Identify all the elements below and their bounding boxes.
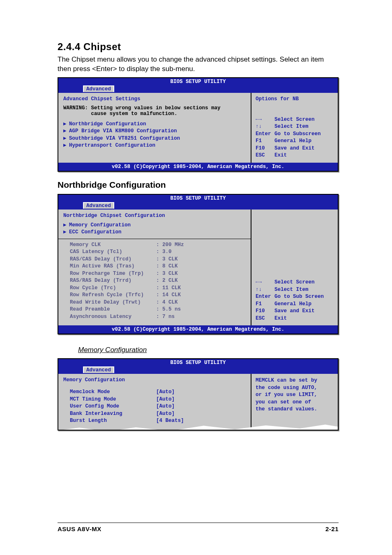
triangle-right-icon: ▶ — [63, 222, 69, 229]
divider — [58, 239, 251, 239]
memory-configuration-title: Memory Configuration — [78, 346, 339, 354]
readout-row: Asynchronous Latency: 7 ns — [63, 313, 246, 321]
bios-footer: v02.58 (C)Copyright 1985-2004, American … — [58, 163, 338, 171]
triangle-right-icon: ▶ — [63, 128, 69, 135]
panel2-heading: Northbridge Chipset Configuration — [63, 213, 246, 219]
bios-tab-row: Advanced — [58, 85, 338, 93]
readout-row: RAS/RAS Delay (Trrd): 2 CLK — [63, 277, 246, 285]
footer-model: ASUS A8V-MX — [58, 525, 101, 532]
readout-row: Row Cycle (Trc): 11 CLK — [63, 285, 246, 292]
bios-panel-memory-config: BIOS SETUP UTILITY Advanced Memory Confi… — [58, 358, 339, 431]
readout-row: Row Precharge Time (Trp): 3 CLK — [63, 270, 246, 278]
setting-memclock-mode[interactable]: Memclock Mode[Auto] — [63, 389, 246, 396]
bios-title-bar: BIOS SETUP UTILITY — [58, 195, 338, 202]
tab-advanced[interactable]: Advanced — [83, 366, 114, 373]
panel3-heading: Memory Configuration — [63, 377, 246, 383]
triangle-right-icon: ▶ — [63, 142, 69, 150]
tab-advanced[interactable]: Advanced — [83, 85, 114, 92]
tab-advanced[interactable]: Advanced — [83, 202, 114, 209]
bios-panel-northbridge: BIOS SETUP UTILITY Advanced Northbridge … — [58, 194, 339, 335]
bios-tab-row: Advanced — [58, 202, 338, 210]
footer-page-number: 2-21 — [325, 525, 339, 532]
setting-mct-timing-mode[interactable]: MCT Timing Mode[Auto] — [63, 396, 246, 403]
panel1-warning: WARNING: Setting wrong values in below s… — [63, 105, 246, 117]
menu-item-agp-bridge[interactable]: ▶AGP Bridge VIA K8M800 Configuration — [63, 128, 246, 135]
section-heading: 2.4.4 Chipset — [58, 41, 339, 53]
menu-item-ecc-config[interactable]: ▶ECC Configuration — [63, 229, 246, 236]
panel1-key-hints: ←→Select Screen ↑↓Select Item EnterGo to… — [256, 116, 334, 159]
northbridge-heading: Northbridge Configuration — [58, 180, 339, 190]
readout-row: Row Refresh Cycle (Trfc): 14 CLK — [63, 292, 246, 299]
readout-row: RAS/CAS Delay (Trcd): 3 CLK — [63, 256, 246, 263]
readout-row: Read Write Delay (Trwt): 4 CLK — [63, 299, 246, 306]
bios-title-bar: BIOS SETUP UTILITY — [58, 78, 338, 85]
page-footer: ASUS A8V-MX 2-21 — [58, 523, 339, 532]
menu-item-hypertransport[interactable]: ▶Hypertransport Configuration — [63, 142, 246, 150]
bios-footer: v02.58 (C)Copyright 1985-2004, American … — [58, 325, 338, 334]
readout-row: Memory CLK: 200 MHz — [63, 242, 246, 249]
menu-item-northbridge[interactable]: ▶Northbridge Configuration — [63, 121, 246, 128]
readout-row: Read Preamble: 5.5 ns — [63, 306, 246, 313]
readout-row: Min Active RAS (Tras): 8 CLK — [63, 263, 246, 270]
triangle-right-icon: ▶ — [63, 121, 69, 128]
bios-panel-chipset: BIOS SETUP UTILITY Advanced Advanced Chi… — [58, 77, 339, 172]
panel1-heading: Advanced Chipset Settings — [63, 96, 246, 102]
setting-bank-interleaving[interactable]: Bank Interleaving[Auto] — [63, 410, 246, 418]
triangle-right-icon: ▶ — [63, 135, 69, 143]
bios-tab-row: Advanced — [58, 366, 338, 374]
readout-row: CAS Latency (Tcl): 3.0 — [63, 249, 246, 256]
setting-burst-length[interactable]: Burst Length[4 Beats] — [63, 417, 246, 425]
section-intro: The Chipset menu allows you to change th… — [58, 55, 339, 74]
menu-item-southbridge[interactable]: ▶Southbridge VIA VT8251 Configuration — [63, 135, 246, 143]
bios-title-bar: BIOS SETUP UTILITY — [58, 359, 338, 366]
setting-user-config-mode[interactable]: User Config Mode[Auto] — [63, 403, 246, 410]
panel3-help-text: MEMCLK can be set by the code using AUTO… — [256, 377, 334, 413]
panel2-key-hints: ←→Select Screen ↑↓Select Item EnterGo to… — [256, 279, 334, 322]
menu-item-memory-config[interactable]: ▶Memory Configuration — [63, 222, 246, 229]
triangle-right-icon: ▶ — [63, 229, 69, 236]
panel1-help-title: Options for NB — [256, 96, 334, 102]
